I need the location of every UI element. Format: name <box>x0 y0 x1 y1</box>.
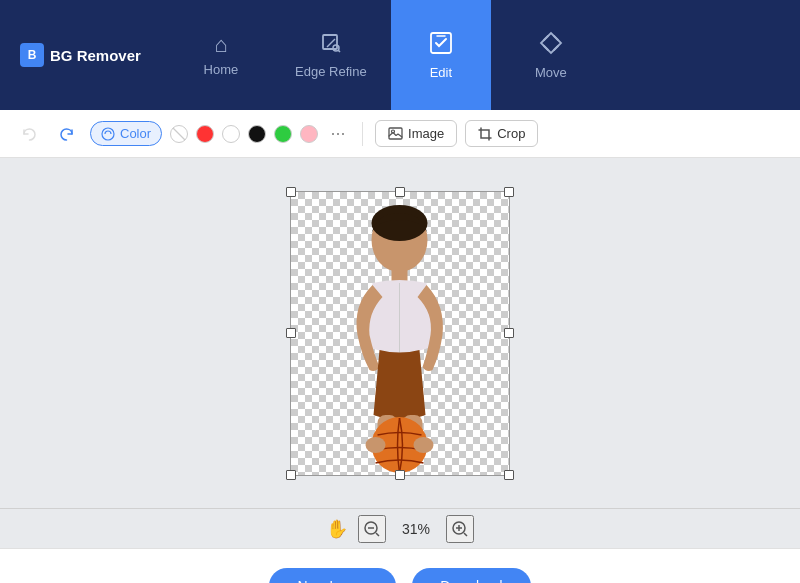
color-label: Color <box>120 126 151 141</box>
handle-top-right[interactable] <box>504 187 514 197</box>
home-icon: ⌂ <box>214 34 227 56</box>
swatch-black[interactable] <box>248 125 266 143</box>
handle-top-middle[interactable] <box>395 187 405 197</box>
redo-button[interactable] <box>52 119 82 149</box>
new-image-button[interactable]: New Image <box>269 568 396 583</box>
bottom-controls: ✋ 31% <box>0 508 800 548</box>
svg-rect-0 <box>323 35 337 49</box>
footer: New Image Download <box>0 548 800 583</box>
undo-button[interactable] <box>14 119 44 149</box>
crop-label: Crop <box>497 126 525 141</box>
hand-tool-icon[interactable]: ✋ <box>326 518 348 540</box>
image-button[interactable]: Image <box>375 120 457 147</box>
download-button[interactable]: Download <box>412 568 530 583</box>
header: B BG Remover ⌂ Home Edge Refine Edit <box>0 0 800 110</box>
app-title: BG Remover <box>50 47 141 64</box>
more-colors-button[interactable]: ··· <box>326 122 350 146</box>
crop-button[interactable]: Crop <box>465 120 538 147</box>
svg-line-19 <box>376 533 379 536</box>
zoom-control: ✋ 31% <box>326 515 474 543</box>
image-label: Image <box>408 126 444 141</box>
nav-label-edit: Edit <box>430 65 452 80</box>
handle-middle-right[interactable] <box>504 328 514 338</box>
toolbar-separator <box>362 122 363 146</box>
swatch-red[interactable] <box>196 125 214 143</box>
canvas-area <box>0 158 800 508</box>
zoom-out-button[interactable] <box>358 515 386 543</box>
zoom-in-button[interactable] <box>446 515 474 543</box>
move-icon <box>539 31 563 59</box>
svg-line-5 <box>173 128 185 140</box>
logo-icon: B <box>20 43 44 67</box>
svg-point-15 <box>366 437 386 453</box>
swatch-pink[interactable] <box>300 125 318 143</box>
toolbar: Color ··· Image Crop <box>0 110 800 158</box>
handle-top-left[interactable] <box>286 187 296 197</box>
svg-point-4 <box>102 128 114 140</box>
handle-bottom-middle[interactable] <box>395 470 405 480</box>
nav-label-home: Home <box>204 62 239 77</box>
swatch-white[interactable] <box>222 125 240 143</box>
swatch-none[interactable] <box>170 125 188 143</box>
subject-image <box>318 205 483 475</box>
nav-label-edge-refine: Edge Refine <box>295 64 367 79</box>
swatch-green[interactable] <box>274 125 292 143</box>
logo-area: B BG Remover <box>20 43 141 67</box>
edge-refine-icon <box>320 32 342 58</box>
handle-middle-left[interactable] <box>286 328 296 338</box>
handle-bottom-right[interactable] <box>504 470 514 480</box>
nav-item-move[interactable]: Move <box>501 0 601 110</box>
svg-point-16 <box>414 437 434 453</box>
edit-icon <box>429 31 453 59</box>
svg-line-2 <box>338 50 340 52</box>
image-frame <box>290 191 510 476</box>
nav-item-home[interactable]: ⌂ Home <box>171 0 271 110</box>
nav-label-move: Move <box>535 65 567 80</box>
handle-bottom-left[interactable] <box>286 470 296 480</box>
nav-item-edge-refine[interactable]: Edge Refine <box>281 0 381 110</box>
zoom-percent: 31% <box>396 521 436 537</box>
color-button[interactable]: Color <box>90 121 162 146</box>
nav-item-edit[interactable]: Edit <box>391 0 491 110</box>
svg-line-23 <box>464 533 467 536</box>
